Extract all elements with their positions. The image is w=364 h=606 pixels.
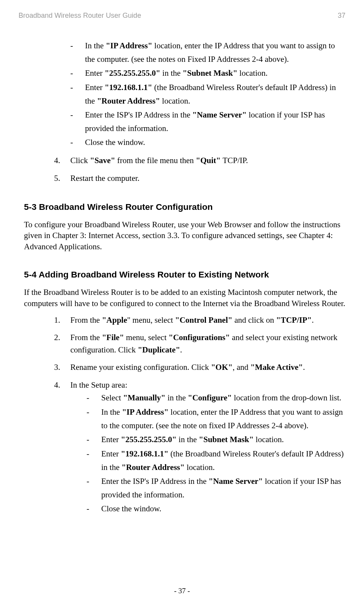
- list-item: From the "File" menu, select "Configurat…: [54, 332, 345, 356]
- page-header: Broadband Wireless Router User Guide 37: [19, 12, 345, 20]
- section-heading-5-4: 5-4 Adding Broadband Wireless Router to …: [24, 270, 345, 280]
- setup-area-dashes: Select "Manually" in the "Configure" loc…: [70, 391, 345, 516]
- list-item: In the Setup area: Select "Manually" in …: [54, 379, 345, 516]
- list-item: Enter "255.255.255.0" in the "Subnet Mas…: [70, 66, 345, 80]
- list-item: Enter "192.168.1.1" (the Broadband Wirel…: [87, 447, 345, 474]
- list-item: Close the window.: [70, 136, 345, 149]
- list-item: Enter "192.168.1.1" (the Broadband Wirel…: [70, 81, 345, 107]
- list-item: Enter the ISP's IP Address in the "Name …: [87, 475, 345, 501]
- doc-title: Broadband Wireless Router User Guide: [19, 12, 141, 20]
- top-dash-list: In the "IP Address" location, enter the …: [24, 39, 345, 149]
- section-5-4-para: If the Broadband Wireless Router is to b…: [24, 287, 345, 309]
- list-item: Enter "255.255.255.0" in the "Subnet Mas…: [87, 433, 345, 446]
- list-item: Enter the ISP's IP Address in the "Name …: [70, 108, 345, 135]
- page-content: In the "IP Address" location, enter the …: [19, 39, 345, 516]
- page-number-top: 37: [338, 12, 345, 20]
- list-item: Close the window.: [87, 502, 345, 516]
- section-5-3-para: To configure your Broadband Wireless Rou…: [24, 219, 345, 252]
- section-heading-5-3: 5-3 Broadband Wireless Router Configurat…: [24, 202, 345, 212]
- list-item: From the "Apple" menu, select "Control P…: [54, 314, 345, 327]
- list-item: Restart the computer.: [54, 172, 345, 185]
- page-footer: - 37 -: [0, 587, 364, 595]
- list-item: Select "Manually" in the "Configure" loc…: [87, 391, 345, 405]
- list-item: Click "Save" from the file menu then "Qu…: [54, 155, 345, 167]
- list-item: In the "IP Address" location, enter the …: [87, 405, 345, 432]
- section-5-4-steps: From the "Apple" menu, select "Control P…: [24, 314, 345, 516]
- top-num-list: Click "Save" from the file menu then "Qu…: [24, 155, 345, 184]
- list-item: Rename your existing configuration. Clic…: [54, 361, 345, 374]
- list-item: In the "IP Address" location, enter the …: [70, 39, 345, 66]
